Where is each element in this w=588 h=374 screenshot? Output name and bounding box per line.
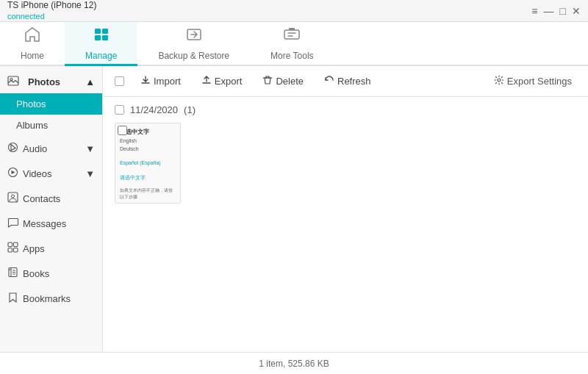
refresh-button[interactable]: Refresh	[320, 72, 376, 90]
refresh-label: Refresh	[337, 76, 371, 87]
bookmarks-label: Bookmarks	[23, 293, 71, 304]
svg-rect-13	[8, 242, 12, 247]
date-group-header: 11/24/2020 (1)	[115, 104, 576, 115]
photos-section-icon	[7, 75, 19, 89]
apps-label: Apps	[23, 243, 45, 254]
device-name: TS iPhone (iPhone 12)	[7, 0, 96, 11]
minimize-icon[interactable]: —	[544, 5, 554, 17]
status-text: 1 item, 525.86 KB	[259, 359, 329, 369]
tab-backup[interactable]: Backup & Restore	[137, 22, 250, 66]
apps-icon	[7, 242, 18, 255]
svg-rect-6	[289, 28, 295, 30]
sidebar-item-albums[interactable]: Albums	[0, 115, 102, 136]
backup-icon	[185, 26, 203, 48]
select-all-checkbox[interactable]	[115, 76, 124, 86]
books-label: Books	[23, 268, 49, 279]
tab-backup-label: Backup & Restore	[158, 51, 229, 61]
photo-item-checkbox[interactable]	[118, 126, 127, 135]
svg-point-8	[10, 79, 12, 81]
svg-rect-3	[102, 35, 108, 40]
sidebar-section-photos[interactable]: Photos ▲	[0, 69, 102, 93]
device-status: connected	[7, 11, 96, 21]
titlebar: TS iPhone (iPhone 12) connected ≡ — □ ✕	[0, 0, 588, 22]
sidebar-item-bookmarks[interactable]: Bookmarks	[0, 286, 102, 311]
bookmarks-icon	[7, 292, 18, 305]
tab-home-label: Home	[21, 51, 44, 61]
import-icon	[140, 75, 151, 87]
sidebar-albums-label: Albums	[16, 120, 48, 131]
tab-manage[interactable]: Manage	[65, 22, 137, 66]
svg-rect-2	[95, 35, 101, 40]
delete-label: Delete	[276, 76, 304, 87]
svg-rect-0	[95, 29, 101, 34]
contacts-label: Contacts	[23, 193, 60, 204]
sidebar-item-videos[interactable]: Videos ▼	[0, 161, 102, 186]
date-group-checkbox[interactable]	[115, 105, 124, 115]
tab-manage-label: Manage	[85, 51, 117, 61]
photo-item[interactable]: 请选中文字 English Deutsch Español (España) 请…	[115, 123, 181, 204]
photo-thumbnail: 请选中文字 English Deutsch Español (España) 请…	[115, 123, 181, 204]
export-label: Export	[215, 76, 243, 87]
content-area: Import Export Delete	[103, 66, 588, 352]
statusbar: 1 item, 525.86 KB	[0, 352, 588, 374]
sidebar-item-apps[interactable]: Apps	[0, 236, 102, 261]
sidebar-item-messages[interactable]: Messages	[0, 211, 102, 236]
tab-home[interactable]: Home	[0, 22, 65, 66]
photos-chevron-icon: ▲	[85, 76, 95, 87]
more-tools-icon	[283, 26, 301, 48]
sidebar-photos-label: Photos	[16, 98, 46, 109]
videos-label: Videos	[23, 168, 52, 179]
content-toolbar: Import Export Delete	[103, 66, 588, 97]
date-group-label: 11/24/2020	[130, 104, 178, 115]
refresh-icon	[324, 75, 334, 87]
audio-label: Audio	[23, 143, 47, 154]
export-settings-button[interactable]: Export Settings	[490, 72, 576, 90]
window-controls[interactable]: ≡ — □ ✕	[531, 5, 581, 17]
photo-thumb-content: 请选中文字 English Deutsch Español (España) 请…	[115, 123, 180, 203]
audio-chevron-icon: ▼	[85, 143, 95, 154]
manage-icon	[93, 26, 110, 48]
settings-icon	[494, 75, 504, 87]
main-layout: Photos ▲ Photos Albums Audio ▼	[0, 66, 588, 352]
svg-rect-7	[8, 76, 18, 85]
books-icon	[7, 267, 18, 280]
delete-button[interactable]: Delete	[258, 72, 308, 90]
tab-more-tools[interactable]: More Tools	[250, 22, 334, 66]
svg-rect-16	[14, 248, 18, 253]
import-button[interactable]: Import	[136, 72, 185, 90]
photo-grid: 请选中文字 English Deutsch Español (España) 请…	[115, 123, 576, 204]
navbar: Home Manage Backup & Restore	[0, 22, 588, 66]
date-group-count: (1)	[184, 104, 196, 115]
export-settings-label: Export Settings	[507, 76, 572, 87]
svg-rect-14	[14, 242, 18, 247]
export-button[interactable]: Export	[197, 72, 247, 90]
svg-rect-1	[102, 29, 108, 34]
messages-label: Messages	[23, 218, 66, 229]
close-icon[interactable]: ✕	[572, 5, 581, 17]
svg-rect-15	[8, 248, 12, 253]
sidebar-item-books[interactable]: Books	[0, 261, 102, 286]
videos-chevron-icon: ▼	[85, 168, 95, 179]
export-icon	[201, 75, 212, 87]
menu-icon[interactable]: ≡	[531, 5, 537, 17]
svg-rect-5	[284, 30, 299, 39]
import-label: Import	[154, 76, 181, 87]
device-info: TS iPhone (iPhone 12) connected	[7, 0, 96, 21]
svg-point-19	[498, 79, 501, 82]
svg-point-9	[9, 143, 18, 152]
sidebar: Photos ▲ Photos Albums Audio ▼	[0, 66, 103, 352]
photos-section-label: Photos	[28, 76, 60, 87]
audio-icon	[7, 142, 18, 155]
maximize-icon[interactable]: □	[560, 5, 566, 17]
contacts-icon	[7, 192, 18, 205]
videos-icon	[7, 167, 18, 180]
svg-point-12	[12, 195, 15, 198]
delete-icon	[262, 75, 273, 87]
tab-more-tools-label: More Tools	[270, 51, 313, 61]
home-icon	[24, 26, 41, 48]
sidebar-item-contacts[interactable]: Contacts	[0, 186, 102, 211]
sidebar-item-audio[interactable]: Audio ▼	[0, 136, 102, 161]
messages-icon	[7, 217, 18, 230]
sidebar-item-photos[interactable]: Photos	[0, 93, 102, 115]
content-main: 11/24/2020 (1) 请选中文字 English Deutsch Esp…	[103, 97, 588, 352]
